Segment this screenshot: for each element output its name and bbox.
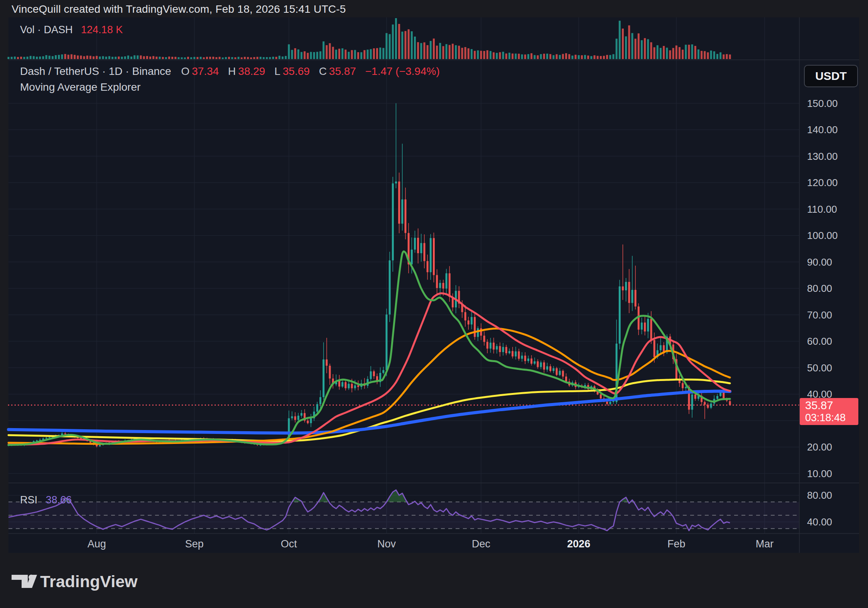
close-value: 35.87: [329, 65, 356, 77]
tradingview-screenshot: VinceQuill created with TradingView.com,…: [0, 0, 868, 608]
price-axis-label: 60.00: [807, 335, 832, 347]
low-label: L: [274, 65, 280, 77]
open-value: 37.34: [192, 65, 219, 77]
bar-countdown: 03:18:48: [805, 412, 858, 424]
price-axis-label: 70.00: [807, 309, 832, 321]
symbol-ohlc-row: Dash / TetherUS · 1D · Binance O37.34 H3…: [20, 65, 442, 78]
price-axis-label: 90.00: [807, 256, 832, 268]
volume-legend-value: 124.18 K: [81, 24, 123, 36]
rsi-axis-label: 40.00: [807, 516, 832, 528]
last-price-badge: 35.87 03:18:48: [800, 398, 858, 425]
close-label: C: [319, 65, 327, 77]
volume-legend: Vol · DASH 124.18 K: [20, 24, 123, 36]
time-axis-label: Aug: [88, 538, 106, 550]
price-axis-label: 150.00: [807, 97, 838, 109]
price-axis-label: 80.00: [807, 283, 832, 295]
price-axis-label: 10.00: [807, 467, 832, 479]
tradingview-logo-icon[interactable]: [11, 574, 38, 589]
price-axis-label: 140.00: [807, 124, 838, 136]
time-axis-label: Feb: [667, 538, 686, 550]
price-axis-label: 100.00: [807, 230, 838, 242]
price-axis-label: 120.00: [807, 177, 838, 189]
volume-legend-label: Vol · DASH: [20, 24, 73, 36]
last-price-value: 35.87: [805, 399, 858, 412]
indicator-title: Moving Average Explorer: [20, 81, 442, 93]
time-axis-label: Dec: [472, 538, 490, 550]
time-axis-label: Mar: [756, 538, 774, 550]
low-value: 35.69: [283, 65, 310, 77]
rsi-axis-label: 80.00: [807, 489, 832, 501]
price-axis-label: 20.00: [807, 441, 832, 453]
symbol-title: Dash / TetherUS · 1D · Binance: [20, 65, 171, 77]
rsi-value: 38.66: [46, 494, 72, 506]
rsi-legend: RSI 38.66: [20, 494, 72, 506]
open-label: O: [181, 65, 189, 77]
time-axis-label: Oct: [281, 538, 297, 550]
change-value: −1.47 (−3.94%): [365, 65, 440, 77]
high-value: 38.29: [238, 65, 265, 77]
currency-toggle-button[interactable]: USDT: [804, 65, 858, 87]
brand-name[interactable]: TradingView: [40, 572, 138, 591]
price-axis-label: 50.00: [807, 362, 832, 374]
rsi-label: RSI: [20, 494, 37, 506]
time-axis-label: 2026: [567, 538, 590, 550]
price-axis-label: 110.00: [807, 203, 837, 215]
time-axis-label: Nov: [377, 538, 396, 550]
price-axis-label: 130.00: [807, 150, 838, 162]
high-label: H: [228, 65, 236, 77]
time-axis-label: Sep: [185, 538, 204, 550]
main-legend: Dash / TetherUS · 1D · Binance O37.34 H3…: [20, 65, 442, 93]
